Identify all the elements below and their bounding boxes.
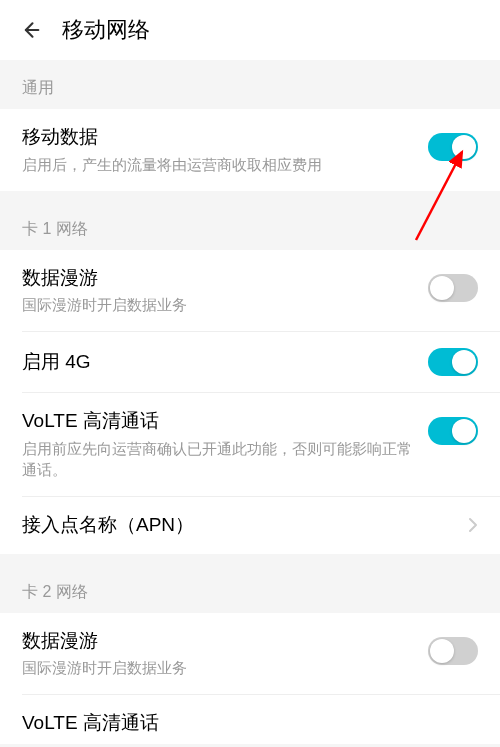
sim2-data-roaming-title: 数据漫游 <box>22 629 412 654</box>
sim1-volte-toggle[interactable] <box>428 417 478 445</box>
sim1-apn-title: 接入点名称（APN） <box>22 513 452 538</box>
sim1-data-roaming-toggle[interactable] <box>428 274 478 302</box>
row-sim1-apn[interactable]: 接入点名称（APN） <box>0 497 500 554</box>
section-sim1: 数据漫游 国际漫游时开启数据业务 启用 4G VoLTE 高清通话 启用前应先向… <box>0 250 500 554</box>
sim1-data-roaming-title: 数据漫游 <box>22 266 412 291</box>
row-sim1-enable-4g[interactable]: 启用 4G <box>0 332 500 392</box>
section-header-sim2: 卡 2 网络 <box>0 564 500 613</box>
mobile-data-subtitle: 启用后，产生的流量将由运营商收取相应费用 <box>22 154 412 175</box>
header: 移动网络 <box>0 0 500 60</box>
sim2-data-roaming-subtitle: 国际漫游时开启数据业务 <box>22 657 412 678</box>
sim1-data-roaming-subtitle: 国际漫游时开启数据业务 <box>22 294 412 315</box>
page-title: 移动网络 <box>62 15 150 45</box>
row-sim2-data-roaming[interactable]: 数据漫游 国际漫游时开启数据业务 <box>0 613 500 695</box>
section-header-sim1: 卡 1 网络 <box>0 201 500 250</box>
sim1-enable-4g-title: 启用 4G <box>22 350 412 375</box>
sim1-volte-title: VoLTE 高清通话 <box>22 409 412 434</box>
section-sim2: 数据漫游 国际漫游时开启数据业务 VoLTE 高清通话 <box>0 613 500 744</box>
row-sim1-volte[interactable]: VoLTE 高清通话 启用前应先向运营商确认已开通此功能，否则可能影响正常通话。 <box>0 393 500 496</box>
section-header-general: 通用 <box>0 60 500 109</box>
chevron-right-icon <box>468 517 478 537</box>
sim2-volte-title: VoLTE 高清通话 <box>22 711 462 736</box>
back-icon[interactable] <box>18 18 42 42</box>
section-general: 移动数据 启用后，产生的流量将由运营商收取相应费用 <box>0 109 500 191</box>
sim2-data-roaming-toggle[interactable] <box>428 637 478 665</box>
sim1-volte-subtitle: 启用前应先向运营商确认已开通此功能，否则可能影响正常通话。 <box>22 438 412 480</box>
row-sim2-volte[interactable]: VoLTE 高清通话 <box>0 695 500 744</box>
mobile-data-title: 移动数据 <box>22 125 412 150</box>
sim1-enable-4g-toggle[interactable] <box>428 348 478 376</box>
mobile-data-toggle[interactable] <box>428 133 478 161</box>
row-sim1-data-roaming[interactable]: 数据漫游 国际漫游时开启数据业务 <box>0 250 500 332</box>
row-mobile-data[interactable]: 移动数据 启用后，产生的流量将由运营商收取相应费用 <box>0 109 500 191</box>
